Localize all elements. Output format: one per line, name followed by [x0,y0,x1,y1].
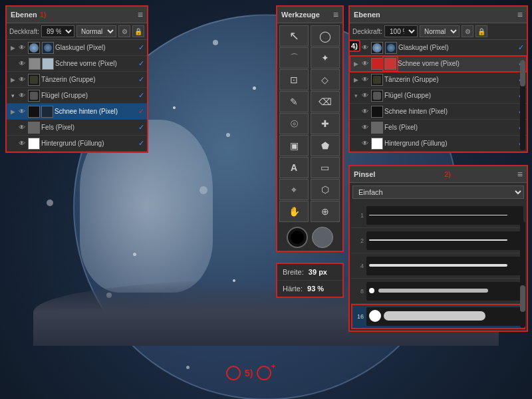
layers-right-menu-icon[interactable]: ≡ [517,9,523,20]
layer-settings-left[interactable]: ⚙ [118,25,130,37]
layer-row-flugel-right[interactable]: ▾ 👁 Flügel (Gruppe) ✓ [350,88,527,104]
expand-flugel-left[interactable]: ▾ [9,92,16,99]
layer-row-tanzerin-left[interactable]: ▶ 👁 Tänzerin (Gruppe) ✓ [7,72,147,88]
vis-schnee-hinten-right[interactable]: 👁 [360,107,370,116]
brush-hardness-value: 93 % [307,285,324,293]
layers-panel-left: Ebenen 1) ≡ Deckkraft: 89 % Normal ⚙ 🔒 ▶… [5,5,148,153]
brush-width-label: Breite: [283,268,304,276]
pinsel-scrollbar[interactable] [520,221,525,328]
pinsel-scroll-thumb[interactable] [520,285,525,312]
cursor-circle-1 [226,366,241,380]
tool-magic-wand[interactable]: ✦ [311,47,340,68]
layer-row-glaskugel-left[interactable]: ▶ 👁 Glaskugel (Pixel) ✓ [7,40,147,56]
name-fels-right: Fels (Pixel) [384,124,517,131]
vis-fels-right[interactable]: 👁 [360,123,370,132]
tool-ellipse[interactable]: ◯ [311,25,340,47]
layer-lock-left[interactable]: 🔒 [132,25,144,37]
brush-item-2[interactable]: 2 [351,228,525,253]
tools-grid: ↖ ◯ ⌒ ✦ ⊡ ◇ ✎ ⌫ ⦾ ✚ ▣ ⬟ A ▭ ⌖ ⬡ ✋ ⊕ [277,23,342,224]
brush-item-8[interactable]: 8 [351,279,525,304]
brush-item-1[interactable]: 1 [351,203,525,228]
thumb-glaskugel-right [371,42,383,54]
opacity-select-right[interactable]: 100 % [384,25,418,37]
tool-select[interactable]: ↖ [279,25,309,47]
brush-item-4[interactable]: 4 [351,253,525,279]
pinsel-mode-select[interactable]: Einfach [352,186,524,199]
expand-tanzerin-right[interactable]: ▶ [352,76,359,83]
layers-left-menu-icon[interactable]: ≡ [138,9,143,20]
brush-num-4: 4 [353,263,364,269]
layer-row-schnee-hinten-left[interactable]: ▶ 👁 Schnee hinten (Pixel) ✓ [7,104,147,120]
layer-row-hintergrund-left[interactable]: ▶ 👁 Hintergrund (Füllung) ✓ [7,136,147,152]
vis-fels-left[interactable]: 👁 [17,123,27,132]
vis-flugel-left[interactable]: 👁 [17,91,27,100]
tool-node[interactable]: ⬡ [311,179,340,200]
vis-hintergrund-right[interactable]: 👁 [360,139,370,148]
expand-glaskugel-left[interactable]: ▶ [9,45,16,51]
check-tanzerin-left: ✓ [138,75,144,84]
layer-row-glaskugel-right[interactable]: ▶ 👁 Glaskugel (Pixel) ✓ [350,40,527,56]
tool-zoom[interactable]: ⊕ [311,201,340,222]
cursor-cross-icon: + [271,362,275,371]
tool-vector-pen[interactable]: ⌖ [279,179,309,200]
vis-hintergrund-left[interactable]: 👁 [17,139,27,148]
layer-row-schnee-hinten-right[interactable]: ▶ 👁 Schnee hinten (Pixel) ✓ [350,104,527,120]
expand-schnee-hinten-left[interactable]: ▶ [9,108,16,115]
tool-bucket[interactable]: ⬟ [311,135,340,156]
vis-tanzerin-left[interactable]: 👁 [17,75,27,84]
tool-perspective[interactable]: ◇ [311,69,340,90]
layer-lock-right[interactable]: 🔒 [475,25,487,37]
tool-lasso[interactable]: ⌒ [279,47,309,68]
tools-panel: Werkzeuge ≡ ↖ ◯ ⌒ ✦ ⊡ ◇ ✎ ⌫ ⦾ ✚ ▣ ⬟ A ▭ … [276,5,344,252]
tool-shape[interactable]: ▭ [311,157,340,178]
tool-gradient[interactable]: ▣ [279,135,309,156]
expand-flugel-right[interactable]: ▾ [352,92,359,99]
layers-right-scrollbar[interactable] [520,60,525,150]
mode-select-left[interactable]: Normal [76,25,116,37]
brush-hardness-row: Härte: 93 % [277,281,342,297]
tool-text[interactable]: A [279,157,309,178]
vis-schnee-vorne-left[interactable]: 👁 [17,59,27,68]
layer-row-flugel-left[interactable]: ▾ 👁 Flügel (Gruppe) ✓ [7,88,147,104]
pinsel-menu-icon[interactable]: ≡ [517,169,523,180]
vis-glaskugel-right[interactable]: 👁 [360,43,370,53]
vis-flugel-right[interactable]: 👁 [360,91,370,100]
layers-panel-right-header: Ebenen ≡ [350,7,527,23]
expand-tanzerin-left[interactable]: ▶ [9,76,16,83]
cursor-circle-2: + [257,366,271,380]
annotation-4-marker: 4) [348,40,360,52]
vis-tanzerin-right[interactable]: 👁 [360,75,370,84]
tool-clone[interactable]: ⦾ [279,113,309,134]
thumb-fels-right [371,122,383,134]
vis-schnee-hinten-left[interactable]: 👁 [17,107,27,116]
tool-paintbrush[interactable]: ✎ [279,91,309,112]
brush-circle-black[interactable] [287,227,308,248]
layer-row-schnee-vorne-right[interactable]: ▶ 👁 Schnee vorne (Pixel) ✓ [350,56,527,72]
brush-item-16[interactable]: 16 [351,304,525,329]
tool-crop[interactable]: ⊡ [279,69,309,90]
layers-left-toolbar: Deckkraft: 89 % Normal ⚙ 🔒 [7,23,147,40]
layer-row-hintergrund-right[interactable]: ▶ 👁 Hintergrund (Füllung) ✓ [350,136,527,152]
layer-row-tanzerin-right[interactable]: ▶ 👁 Tänzerin (Gruppe) ✓ [350,72,527,88]
layer-settings-right[interactable]: ⚙ [462,25,473,37]
check-flugel-left: ✓ [138,91,144,100]
annotation-1: 1) [40,11,47,19]
layer-row-fels-left[interactable]: ▶ 👁 Fels (Pixel) ✓ [7,120,147,136]
tools-menu-icon[interactable]: ≡ [333,9,338,20]
brush-preview-1 [366,206,523,225]
layers-right-scroll-thumb[interactable] [520,60,525,86]
opacity-select-left[interactable]: 89 % [41,25,74,37]
brush-num-16: 16 [353,313,364,320]
mode-select-right[interactable]: Normal [420,25,460,37]
vis-schnee-vorne-right[interactable]: 👁 [360,59,370,68]
tools-panel-header: Werkzeuge ≡ [277,7,342,23]
brush-num-8: 8 [353,288,364,295]
vis-glaskugel-left[interactable]: 👁 [17,43,27,53]
layer-row-fels-right[interactable]: ▶ 👁 Fels (Pixel) ✓ [350,120,527,136]
check-schnee-hinten-left: ✓ [138,107,144,116]
expand-schnee-vorne-right[interactable]: ▶ [352,61,359,67]
tool-heal[interactable]: ✚ [311,113,340,134]
layer-row-schnee-vorne-left[interactable]: ▶ 👁 Schnee vorne (Pixel) ✓ [7,56,147,72]
tool-hand[interactable]: ✋ [279,201,309,222]
tool-erase[interactable]: ⌫ [311,91,340,112]
